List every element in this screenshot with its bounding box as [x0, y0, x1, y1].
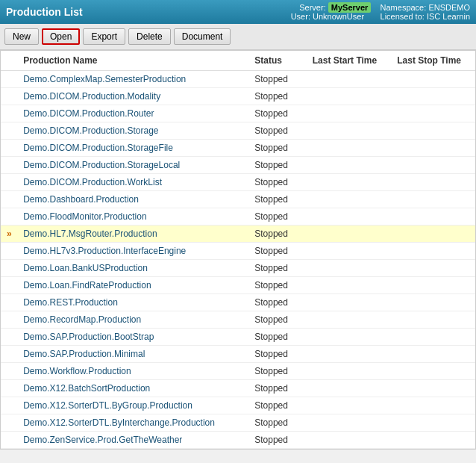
row-stop-time: [391, 226, 475, 243]
row-stop-time: [391, 329, 475, 346]
table-row[interactable]: Demo.Loan.FindRateProductionStopped: [1, 277, 475, 294]
table-row[interactable]: Demo.DICOM.Production.StorageLocalStoppe…: [1, 157, 475, 174]
row-stop-time: [391, 294, 475, 311]
row-production-name[interactable]: Demo.DICOM.Production.Modality: [17, 88, 248, 105]
row-arrow: [1, 105, 17, 122]
row-production-name[interactable]: Demo.X12.SorterDTL.ByInterchange.Product…: [17, 414, 248, 432]
row-start-time: [307, 226, 391, 243]
table-row[interactable]: Demo.FloodMonitor.ProductionStopped: [1, 208, 475, 226]
row-status: Stopped: [248, 71, 307, 88]
delete-button[interactable]: Delete: [128, 28, 171, 45]
row-arrow: [1, 432, 17, 449]
row-production-name[interactable]: Demo.DICOM.Production.WorkList: [17, 174, 248, 191]
table-row[interactable]: Demo.DICOM.Production.StorageStopped: [1, 122, 475, 140]
row-production-name[interactable]: Demo.RecordMap.Production: [17, 311, 248, 329]
row-arrow: [1, 140, 17, 157]
row-start-time: [307, 414, 391, 432]
row-arrow: [1, 88, 17, 105]
row-status: Stopped: [248, 208, 307, 226]
row-start-time: [307, 122, 391, 140]
row-status: Stopped: [248, 105, 307, 122]
table-row[interactable]: Demo.DICOM.Production.RouterStopped: [1, 105, 475, 122]
row-arrow: [1, 277, 17, 294]
row-production-name[interactable]: Demo.Dashboard.Production: [17, 191, 248, 208]
table-row[interactable]: Demo.SAP.Production.MinimalStopped: [1, 346, 475, 363]
row-arrow: [1, 397, 17, 414]
row-status: Stopped: [248, 243, 307, 260]
row-status: Stopped: [248, 174, 307, 191]
row-status: Stopped: [248, 311, 307, 329]
table-row[interactable]: Demo.HL7v3.Production.InterfaceEngineSto…: [1, 243, 475, 260]
row-stop-time: [391, 208, 475, 226]
row-start-time: [307, 88, 391, 105]
row-production-name[interactable]: Demo.Loan.BankUSProduction: [17, 260, 248, 277]
table-row[interactable]: Demo.DICOM.Production.ModalityStopped: [1, 88, 475, 105]
table-row[interactable]: Demo.REST.ProductionStopped: [1, 294, 475, 311]
row-arrow: [1, 414, 17, 432]
table-row[interactable]: Demo.DICOM.Production.StorageFileStopped: [1, 140, 475, 157]
row-production-name[interactable]: Demo.DICOM.Production.StorageLocal: [17, 157, 248, 174]
row-production-name[interactable]: Demo.REST.Production: [17, 294, 248, 311]
col-name-header: Production Name: [17, 51, 248, 71]
table-row[interactable]: Demo.X12.SorterDTL.ByInterchange.Product…: [1, 414, 475, 432]
row-start-time: [307, 157, 391, 174]
row-start-time: [307, 294, 391, 311]
row-arrow: [1, 311, 17, 329]
row-production-name[interactable]: Demo.FloodMonitor.Production: [17, 208, 248, 226]
row-arrow: [1, 294, 17, 311]
table-row[interactable]: Demo.Loan.BankUSProductionStopped: [1, 260, 475, 277]
row-production-name[interactable]: Demo.X12.BatchSortProduction: [17, 380, 248, 397]
row-production-name[interactable]: Demo.DICOM.Production.Router: [17, 105, 248, 122]
namespace-value: ENSDEMO: [428, 3, 470, 12]
row-production-name[interactable]: Demo.DICOM.Production.Storage: [17, 122, 248, 140]
row-production-name[interactable]: Demo.ComplexMap.SemesterProduction: [17, 71, 248, 88]
table-row[interactable]: Demo.RecordMap.ProductionStopped: [1, 311, 475, 329]
row-arrow: [1, 71, 17, 88]
row-production-name[interactable]: Demo.ZenService.Prod.GetTheWeather: [17, 432, 248, 449]
table-row[interactable]: Demo.ZenService.Prod.GetTheWeatherStoppe…: [1, 432, 475, 449]
export-button[interactable]: Export: [83, 28, 125, 45]
row-status: Stopped: [248, 363, 307, 380]
row-arrow: [1, 380, 17, 397]
document-button[interactable]: Document: [174, 28, 231, 45]
table-row[interactable]: Demo.X12.SorterDTL.ByGroup.ProductionSto…: [1, 397, 475, 414]
row-start-time: [307, 243, 391, 260]
row-production-name[interactable]: Demo.X12.SorterDTL.ByGroup.Production: [17, 397, 248, 414]
row-status: Stopped: [248, 122, 307, 140]
row-arrow: [1, 208, 17, 226]
row-production-name[interactable]: Demo.SAP.Production.Minimal: [17, 346, 248, 363]
table-row[interactable]: Demo.DICOM.Production.WorkListStopped: [1, 174, 475, 191]
row-start-time: [307, 432, 391, 449]
table-row[interactable]: »Demo.HL7.MsgRouter.ProductionStopped: [1, 226, 475, 243]
row-production-name[interactable]: Demo.HL7.MsgRouter.Production: [17, 226, 248, 243]
open-button[interactable]: Open: [42, 28, 80, 45]
user-label: User:: [291, 12, 310, 21]
new-button[interactable]: New: [4, 28, 39, 45]
row-arrow: [1, 243, 17, 260]
row-production-name[interactable]: Demo.DICOM.Production.StorageFile: [17, 140, 248, 157]
table-row[interactable]: Demo.Workflow.ProductionStopped: [1, 363, 475, 380]
row-production-name[interactable]: Demo.Loan.FindRateProduction: [17, 277, 248, 294]
row-status: Stopped: [248, 140, 307, 157]
row-stop-time: [391, 380, 475, 397]
row-stop-time: [391, 414, 475, 432]
table-row[interactable]: Demo.X12.BatchSortProductionStopped: [1, 380, 475, 397]
row-stop-time: [391, 260, 475, 277]
row-start-time: [307, 363, 391, 380]
row-production-name[interactable]: Demo.HL7v3.Production.InterfaceEngine: [17, 243, 248, 260]
row-production-name[interactable]: Demo.SAP.Production.BootStrap: [17, 329, 248, 346]
server-info: Server: MyServer Namespace: ENSDEMO User…: [291, 3, 470, 21]
row-production-name[interactable]: Demo.Workflow.Production: [17, 363, 248, 380]
row-stop-time: [391, 346, 475, 363]
app-title: Production List: [6, 6, 83, 18]
row-arrow: [1, 363, 17, 380]
row-arrow: [1, 191, 17, 208]
col-arrow: [1, 51, 17, 71]
row-start-time: [307, 311, 391, 329]
table-row[interactable]: Demo.Dashboard.ProductionStopped: [1, 191, 475, 208]
table-row[interactable]: Demo.ComplexMap.SemesterProductionStoppe…: [1, 71, 475, 88]
table-row[interactable]: Demo.SAP.Production.BootStrapStopped: [1, 329, 475, 346]
row-stop-time: [391, 105, 475, 122]
col-stop-header: Last Stop Time: [391, 51, 475, 71]
production-table: Production Name Status Last Start Time L…: [1, 51, 475, 449]
